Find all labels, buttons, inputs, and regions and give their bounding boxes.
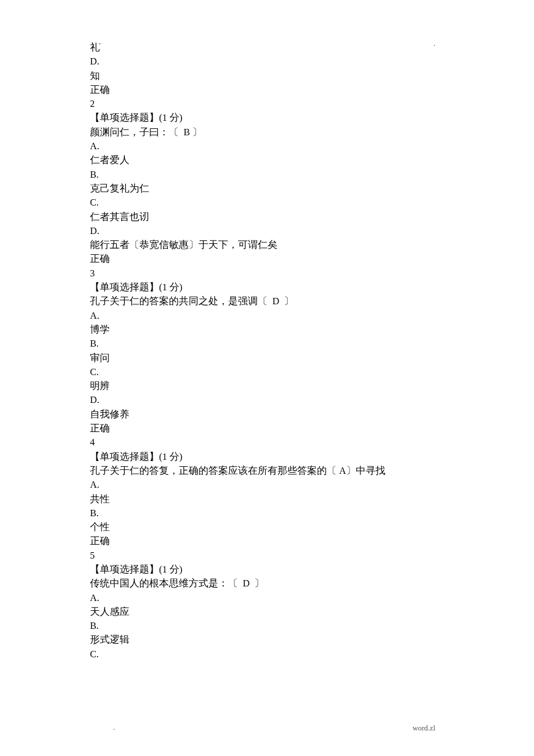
q2-option-a-text: 仁者爱人: [90, 153, 444, 167]
header-left-mark: -: [99, 39, 101, 48]
q5-option-a-text: 天人感应: [90, 605, 444, 619]
q3-option-c-label: C.: [90, 365, 444, 379]
q3-option-b-text: 审问: [90, 351, 444, 365]
q5-answer: D: [243, 578, 250, 589]
q3-option-d-text: 自我修养: [90, 408, 444, 422]
q3-stem-suffix: 〕: [284, 296, 294, 307]
q2-number: 2: [90, 97, 444, 111]
q2-stem-suffix: 〕: [192, 127, 202, 138]
q2-option-a-label: A.: [90, 139, 444, 153]
q5-option-a-label: A.: [90, 591, 444, 605]
q4-number: 4: [90, 435, 444, 449]
q4-answer: A: [339, 465, 346, 476]
q2-type-label: 【单项选择题】(1 分): [90, 111, 444, 125]
q3-option-c-text: 明辨: [90, 379, 444, 393]
q3-option-a-label: A.: [90, 309, 444, 323]
q5-option-b-text: 形式逻辑: [90, 633, 444, 647]
q2-option-b-label: B.: [90, 168, 444, 182]
q3-answer: D: [272, 296, 279, 307]
q2-answer: B: [183, 127, 190, 138]
partial-option-c-text: 礼: [90, 41, 444, 55]
partial-result: 正确: [90, 83, 444, 97]
q4-type-label: 【单项选择题】(1 分): [90, 450, 444, 464]
footer-right-text: word.zl: [413, 723, 435, 733]
q2-option-d-label: D.: [90, 224, 444, 238]
q4-stem-prefix: 孔子关于仁的答复，正确的答案应该在所有那些答案的〔: [90, 465, 337, 476]
header-right-mark: .: [434, 39, 435, 48]
q2-option-c-label: C.: [90, 196, 444, 210]
q2-result: 正确: [90, 252, 444, 266]
partial-option-d-label: D.: [90, 55, 444, 69]
q4-option-a-text: 共性: [90, 492, 444, 506]
q2-stem: 颜渊问仁，子曰：〔 B 〕: [90, 125, 444, 139]
q3-type-label: 【单项选择题】(1 分): [90, 280, 444, 294]
q5-type-label: 【单项选择题】(1 分): [90, 563, 444, 577]
q3-option-a-text: 博学: [90, 323, 444, 337]
document-body: 礼 D. 知 正确 2 【单项选择题】(1 分) 颜渊问仁，子曰：〔 B 〕 A…: [0, 0, 534, 661]
q4-stem-suffix: 〕中寻找: [346, 465, 385, 476]
q4-result: 正确: [90, 534, 444, 548]
q5-stem-prefix: 传统中国人的根本思维方式是：〔: [90, 578, 238, 589]
q5-option-b-label: B.: [90, 619, 444, 633]
q4-stem: 孔子关于仁的答复，正确的答案应该在所有那些答案的〔 A〕中寻找: [90, 464, 444, 478]
q3-option-d-label: D.: [90, 393, 444, 407]
q2-option-b-text: 克己复礼为仁: [90, 182, 444, 196]
q2-stem-prefix: 颜渊问仁，子曰：〔: [90, 127, 179, 138]
partial-option-d-text: 知: [90, 69, 444, 83]
q5-option-c-label: C.: [90, 647, 444, 661]
q3-stem: 孔子关于仁的答案的共同之处，是强调〔 D 〕: [90, 294, 444, 308]
q3-number: 3: [90, 267, 444, 280]
q3-result: 正确: [90, 422, 444, 435]
q5-stem: 传统中国人的根本思维方式是：〔 D 〕: [90, 577, 444, 591]
q3-stem-prefix: 孔子关于仁的答案的共同之处，是强调〔: [90, 296, 268, 307]
q5-stem-suffix: 〕: [254, 578, 264, 589]
q3-option-b-label: B.: [90, 337, 444, 351]
q5-number: 5: [90, 549, 444, 563]
footer-left-mark: .: [113, 723, 115, 732]
q2-option-d-text: 能行五者〔恭宽信敏惠〕于天下，可谓仁矣: [90, 238, 444, 252]
q4-option-b-text: 个性: [90, 520, 444, 534]
q2-option-c-text: 仁者其言也讱: [90, 210, 444, 224]
q4-option-b-label: B.: [90, 506, 444, 520]
q4-option-a-label: A.: [90, 478, 444, 492]
